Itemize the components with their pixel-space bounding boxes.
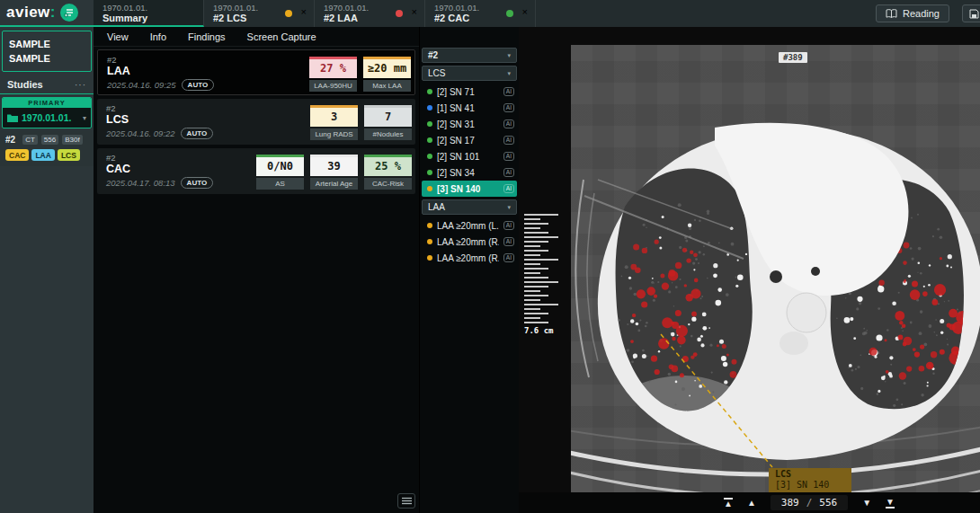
series-select[interactable]: #2▾ <box>422 48 517 63</box>
next-slice-button[interactable]: ▼ <box>862 499 871 508</box>
finding-item[interactable]: LAA ≥20mm (R... AI <box>422 234 517 250</box>
finding-item[interactable]: [2] SN 31 AI <box>422 116 517 132</box>
sidebar: SAMPLE SAMPLE Studies ··· PRIMARY 1970.0… <box>0 27 94 513</box>
tile-label: Max LAA <box>363 80 411 92</box>
slice-nav-bar: ▲ ▲ 389 / 556 ▼ ▼ <box>519 492 980 513</box>
study-row[interactable]: 1970.01.01. ▾ <box>3 108 91 128</box>
finding-dot <box>427 137 432 143</box>
kernel-tag: B30f <box>62 135 82 145</box>
auto-badge: AUTO <box>181 128 214 139</box>
reading-button[interactable]: Reading <box>876 4 949 22</box>
layout-list-button[interactable] <box>397 493 415 509</box>
finding-dot <box>427 255 432 261</box>
tile-value: 25 % <box>364 155 412 176</box>
card-date: 2025.04.17. 08:13 <box>106 178 175 188</box>
finding-item[interactable]: [2] SN 17 AI <box>422 132 517 148</box>
finding-item-selected[interactable]: [3] SN 140 AI <box>422 181 517 197</box>
tab-label: #2 LAA <box>324 13 417 24</box>
close-icon[interactable]: × <box>522 7 528 17</box>
finding-dot <box>427 154 432 159</box>
tab-laa[interactable]: 1970.01.01. #2 LAA × <box>315 0 425 27</box>
menu-screen-capture[interactable]: Screen Capture <box>247 31 316 42</box>
menu-view[interactable]: View <box>107 31 129 42</box>
result-tiles: 3 Lung RADS 7 #Nodules <box>310 103 412 140</box>
tile-maxlaa: ≥20 mm Max LAA <box>363 57 411 90</box>
logo-text: aview: <box>6 4 56 22</box>
card-series-id: #2 <box>106 153 216 163</box>
tile-label: LAA-950HU <box>309 80 357 92</box>
card-cac[interactable]: #2 CAC 2025.04.17. 08:13 AUTO 0/N0 AS 39… <box>97 148 415 194</box>
series-row[interactable]: #2 CT 556 B30f <box>5 135 88 145</box>
finding-dot <box>427 121 432 127</box>
ct-rendering <box>571 45 980 492</box>
tile-value: 7 <box>364 105 412 127</box>
app-logo: aview: <box>0 0 94 27</box>
card-lcs[interactable]: #2 LCS 2025.04.16. 09:22 AUTO 3 Lung RAD… <box>97 99 415 145</box>
summary-menubar: View Info Findings Screen Capture <box>94 27 419 47</box>
slice-number-badge: #389 <box>779 52 807 63</box>
annotation-finding: [3] SN 140 <box>775 480 845 491</box>
finding-item[interactable]: [2] SN 34 AI <box>422 164 517 181</box>
tile-lungrads: 3 Lung RADS <box>310 105 358 140</box>
finding-item[interactable]: [2] SN 71 AI <box>422 84 517 100</box>
ct-viewer: #389 7.6 cm LCS [3] SN 140 ▲ ▲ 389 / 556… <box>519 27 980 513</box>
finding-item[interactable]: LAA ≥20mm (L... AI <box>422 217 517 234</box>
card-series-id: #2 <box>107 55 264 65</box>
ct-slice-image[interactable] <box>571 45 980 492</box>
close-icon[interactable]: × <box>301 7 307 17</box>
card-laa[interactable]: #2 LAA 2025.04.16. 09:25 AUTO 27 % LAA-9… <box>97 49 415 95</box>
series-id: #2 <box>5 135 15 145</box>
tile-value: 27 % <box>309 57 357 78</box>
chevron-down-icon[interactable]: ▾ <box>83 114 86 122</box>
tab-label: #2 CAC <box>434 13 528 24</box>
finding-item[interactable]: [1] SN 41 AI <box>422 100 517 116</box>
tile-value: 0/N0 <box>256 155 304 176</box>
menu-info[interactable]: Info <box>150 31 166 42</box>
studies-menu-icon[interactable]: ··· <box>75 80 86 90</box>
finding-dot <box>427 105 432 111</box>
save-icon <box>969 9 979 19</box>
finding-annotation-label[interactable]: LCS [3] SN 140 <box>769 468 851 492</box>
finding-dot <box>427 186 432 191</box>
auto-badge: AUTO <box>181 177 214 189</box>
card-info: #2 LAA 2025.04.16. 09:25 AUTO <box>107 55 264 90</box>
tab-bar: 1970.01.01. Summary 1970.01.01. #2 LCS ×… <box>94 0 536 27</box>
finding-dot <box>427 239 432 244</box>
study-name: 1970.01.01. <box>22 112 71 123</box>
patient-id: SAMPLE <box>9 51 85 66</box>
header-actions: Reading <box>876 0 980 27</box>
patient-item[interactable]: SAMPLE SAMPLE <box>2 31 92 72</box>
study-card[interactable]: PRIMARY 1970.01.01. ▾ <box>2 97 92 128</box>
tab-lcs[interactable]: 1970.01.01. #2 LCS × <box>204 0 315 27</box>
menu-findings[interactable]: Findings <box>188 31 226 42</box>
module-badges: CAC LAA LCS <box>5 149 88 161</box>
laa-group-select[interactable]: LAA▾ <box>422 199 517 215</box>
previous-slice-button[interactable]: ▲ <box>747 499 756 508</box>
folder-icon <box>7 113 18 122</box>
ai-badge: AI <box>503 152 514 161</box>
close-icon[interactable]: × <box>412 7 417 17</box>
tile-label: Lung RADS <box>310 128 358 140</box>
ai-badge: AI <box>503 136 514 145</box>
first-slice-button[interactable]: ▲ <box>724 498 733 509</box>
finding-label: [2] SN 101 <box>437 152 499 162</box>
findings-panel: #2▾ LCS▾ [2] SN 71 AI [1] SN 41 AI [2] S… <box>420 27 519 513</box>
lcs-group-select[interactable]: LCS▾ <box>422 66 517 81</box>
ai-badge: AI <box>503 253 514 262</box>
tab-summary[interactable]: 1970.01.01. Summary <box>94 0 204 27</box>
tile-value: 39 <box>310 155 358 176</box>
last-slice-button[interactable]: ▼ <box>886 498 895 509</box>
result-tiles: 0/N0 AS 39 Arterial Age 25 % CAC-Risk <box>256 153 412 190</box>
finding-label: LAA ≥20mm (R... <box>437 253 499 263</box>
tile-as: 0/N0 AS <box>256 155 304 190</box>
finding-item[interactable]: LAA ≥20mm (R... AI <box>422 250 517 266</box>
tile-value: 3 <box>310 105 358 127</box>
slice-count-tag: 556 <box>41 135 58 145</box>
reading-label: Reading <box>903 8 940 19</box>
save-button[interactable] <box>962 4 980 22</box>
finding-item[interactable]: [2] SN 101 AI <box>422 148 517 164</box>
status-dot <box>506 10 513 17</box>
tab-cac[interactable]: 1970.01.01. #2 CAC × <box>425 0 536 27</box>
card-date: 2025.04.16. 09:22 <box>106 128 175 138</box>
ai-badge: AI <box>503 221 514 230</box>
